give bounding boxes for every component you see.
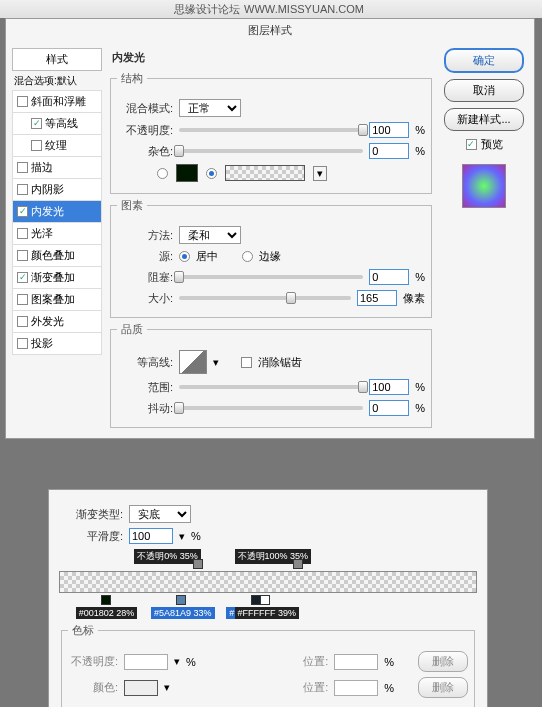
stop-color-swatch[interactable]	[124, 680, 158, 696]
antialias-checkbox[interactable]	[241, 357, 252, 368]
sidebar-item-label: 渐变叠加	[31, 270, 75, 285]
delete-button[interactable]: 删除	[418, 677, 468, 698]
contour-picker[interactable]	[179, 350, 207, 374]
dropdown-icon[interactable]: ▾	[174, 655, 180, 668]
styles-sidebar: 样式 混合选项:默认 斜面和浮雕✓等高线纹理描边内阴影✓内发光光泽颜色叠加✓渐变…	[12, 48, 102, 432]
gradient-bar[interactable]	[59, 571, 477, 593]
checkbox-icon[interactable]: ✓	[17, 206, 28, 217]
choke-slider[interactable]	[179, 275, 363, 279]
sidebar-item[interactable]: ✓等高线	[12, 112, 102, 135]
stop-color-label: 颜色:	[68, 680, 118, 695]
source-center-radio[interactable]	[179, 251, 190, 262]
sidebar-item[interactable]: 外发光	[12, 310, 102, 333]
layer-style-dialog: 图层样式 样式 混合选项:默认 斜面和浮雕✓等高线纹理描边内阴影✓内发光光泽颜色…	[5, 18, 535, 439]
sidebar-item-label: 颜色叠加	[31, 248, 75, 263]
sidebar-item[interactable]: ✓内发光	[12, 200, 102, 223]
stop-opacity-input[interactable]	[124, 654, 168, 670]
source-edge-radio[interactable]	[242, 251, 253, 262]
sidebar-item[interactable]: 投影	[12, 332, 102, 355]
blend-mode-select[interactable]: 正常	[179, 99, 241, 117]
jitter-slider[interactable]	[179, 406, 363, 410]
noise-slider[interactable]	[179, 149, 363, 153]
stop-position-label: 位置:	[278, 654, 328, 669]
center-label: 居中	[196, 249, 218, 264]
gradient-type-select[interactable]: 实底	[129, 505, 191, 523]
preview-checkbox[interactable]: ✓	[466, 139, 477, 150]
stop-position-input[interactable]	[334, 654, 378, 670]
color-stop-label: #5A81A9 33%	[151, 607, 215, 619]
checkbox-icon[interactable]	[17, 96, 28, 107]
ok-button[interactable]: 确定	[444, 48, 524, 73]
choke-input[interactable]	[369, 269, 409, 285]
solid-color-radio[interactable]	[157, 168, 168, 179]
color-stop-marker[interactable]	[101, 595, 111, 605]
color-swatch[interactable]	[176, 164, 198, 182]
sidebar-item[interactable]: 纹理	[12, 134, 102, 157]
sidebar-item[interactable]: 颜色叠加	[12, 244, 102, 267]
pct: %	[415, 145, 425, 157]
opacity-stop-label: 不透明0% 35%	[134, 549, 201, 564]
preview-label: 预览	[481, 137, 503, 152]
checkbox-icon[interactable]	[17, 338, 28, 349]
technique-select[interactable]: 柔和	[179, 226, 241, 244]
checkbox-icon[interactable]	[31, 140, 42, 151]
sidebar-item[interactable]: 斜面和浮雕	[12, 90, 102, 113]
dropdown-icon[interactable]: ▾	[313, 166, 327, 181]
color-stop-label: #001802 28%	[76, 607, 138, 619]
size-input[interactable]	[357, 290, 397, 306]
px-unit: 像素	[403, 291, 425, 306]
size-slider[interactable]	[179, 296, 351, 300]
elements-group: 图素 方法: 柔和 源: 居中 边缘 阻塞: %	[110, 198, 432, 318]
dropdown-icon[interactable]: ▾	[179, 530, 185, 543]
color-stop-marker[interactable]	[176, 595, 186, 605]
checkbox-icon[interactable]	[17, 316, 28, 327]
color-stop-marker[interactable]	[260, 595, 270, 605]
pct: %	[415, 124, 425, 136]
range-slider[interactable]	[179, 385, 363, 389]
sidebar-item[interactable]: 图案叠加	[12, 288, 102, 311]
opacity-input[interactable]	[369, 122, 409, 138]
checkbox-icon[interactable]	[17, 184, 28, 195]
delete-button[interactable]: 删除	[418, 651, 468, 672]
checkbox-icon[interactable]: ✓	[31, 118, 42, 129]
jitter-input[interactable]	[369, 400, 409, 416]
choke-label: 阻塞:	[117, 270, 173, 285]
stop-opacity-label: 不透明度:	[68, 654, 118, 669]
noise-input[interactable]	[369, 143, 409, 159]
checkbox-icon[interactable]: ✓	[17, 272, 28, 283]
blend-options[interactable]: 混合选项:默认	[12, 71, 102, 91]
styles-header[interactable]: 样式	[12, 48, 102, 71]
new-style-button[interactable]: 新建样式...	[444, 108, 524, 131]
smoothness-input[interactable]	[129, 528, 173, 544]
opacity-stop-marker[interactable]	[293, 559, 303, 569]
sidebar-item[interactable]: 内阴影	[12, 178, 102, 201]
color-stop-label: #FFFFFF 39%	[235, 607, 300, 619]
sidebar-item-label: 纹理	[45, 138, 67, 153]
quality-group: 品质 等高线: ▾ 消除锯齿 范围: % 抖动:	[110, 322, 432, 428]
checkbox-icon[interactable]	[17, 228, 28, 239]
opacity-slider[interactable]	[179, 128, 363, 132]
gradient-swatch[interactable]	[225, 165, 305, 181]
sidebar-item-label: 内发光	[31, 204, 64, 219]
gradient-radio[interactable]	[206, 168, 217, 179]
sidebar-item[interactable]: ✓渐变叠加	[12, 266, 102, 289]
sidebar-item[interactable]: 光泽	[12, 222, 102, 245]
opacity-stop-marker[interactable]	[193, 559, 203, 569]
source-label: 源:	[117, 249, 173, 264]
dialog-title: 图层样式	[6, 19, 534, 42]
checkbox-icon[interactable]	[17, 250, 28, 261]
range-input[interactable]	[369, 379, 409, 395]
sidebar-item[interactable]: 描边	[12, 156, 102, 179]
dropdown-icon[interactable]: ▾	[213, 356, 219, 369]
checkbox-icon[interactable]	[17, 162, 28, 173]
sidebar-item-label: 斜面和浮雕	[31, 94, 86, 109]
dropdown-icon[interactable]: ▾	[164, 681, 170, 694]
checkbox-icon[interactable]	[17, 294, 28, 305]
sidebar-item-label: 光泽	[31, 226, 53, 241]
preview-swatch	[462, 164, 506, 208]
sidebar-item-label: 投影	[31, 336, 53, 351]
panel-title: 内发光	[108, 48, 434, 67]
cancel-button[interactable]: 取消	[444, 79, 524, 102]
stop-position-input[interactable]	[334, 680, 378, 696]
antialias-label: 消除锯齿	[258, 355, 302, 370]
